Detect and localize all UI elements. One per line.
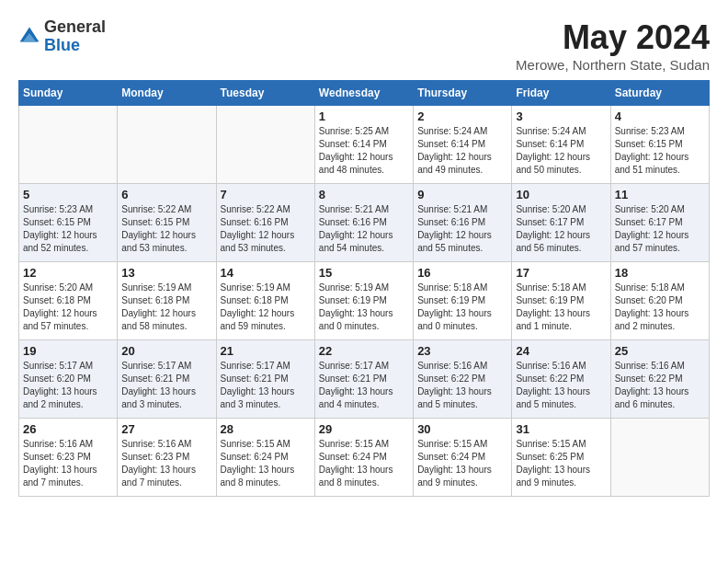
day-info: Sunrise: 5:15 AMSunset: 6:24 PMDaylight:… <box>417 438 507 489</box>
day-number: 5 <box>23 188 113 201</box>
calendar-cell: 2Sunrise: 5:24 AMSunset: 6:14 PMDaylight… <box>414 106 512 184</box>
calendar-cell: 25Sunrise: 5:16 AMSunset: 6:22 PMDayligh… <box>610 340 709 419</box>
day-info: Sunrise: 5:20 AMSunset: 6:17 PMDaylight:… <box>516 203 606 255</box>
calendar-cell: 9Sunrise: 5:21 AMSunset: 6:16 PMDaylight… <box>414 184 512 262</box>
title-block: May 2024 Merowe, Northern State, Sudan <box>516 18 710 73</box>
calendar-cell <box>216 106 314 184</box>
day-number: 26 <box>23 422 113 436</box>
day-number: 29 <box>319 422 409 436</box>
calendar-week-row: 12Sunrise: 5:20 AMSunset: 6:18 PMDayligh… <box>19 262 710 340</box>
logo: General Blue <box>18 18 106 55</box>
day-info: Sunrise: 5:17 AMSunset: 6:21 PMDaylight:… <box>221 360 311 411</box>
day-number: 1 <box>319 109 409 123</box>
calendar-cell: 21Sunrise: 5:17 AMSunset: 6:21 PMDayligh… <box>216 340 314 419</box>
calendar-cell: 18Sunrise: 5:18 AMSunset: 6:20 PMDayligh… <box>610 262 709 340</box>
calendar-cell: 29Sunrise: 5:15 AMSunset: 6:24 PMDayligh… <box>314 419 413 497</box>
day-number: 8 <box>319 188 409 201</box>
calendar-cell: 27Sunrise: 5:16 AMSunset: 6:23 PMDayligh… <box>118 419 216 497</box>
calendar-cell: 15Sunrise: 5:19 AMSunset: 6:19 PMDayligh… <box>314 262 413 340</box>
day-info: Sunrise: 5:16 AMSunset: 6:22 PMDaylight:… <box>417 360 507 411</box>
day-info: Sunrise: 5:17 AMSunset: 6:20 PMDaylight:… <box>23 360 113 411</box>
column-header-monday: Monday <box>118 81 216 106</box>
calendar-cell: 8Sunrise: 5:21 AMSunset: 6:16 PMDaylight… <box>314 184 413 262</box>
day-number: 18 <box>615 266 705 280</box>
day-info: Sunrise: 5:20 AMSunset: 6:18 PMDaylight:… <box>23 282 113 333</box>
calendar-cell: 16Sunrise: 5:18 AMSunset: 6:19 PMDayligh… <box>414 262 512 340</box>
calendar-cell: 22Sunrise: 5:17 AMSunset: 6:21 PMDayligh… <box>314 340 413 419</box>
logo-text: General Blue <box>44 18 106 55</box>
day-number: 4 <box>615 109 705 123</box>
logo-icon <box>18 26 40 48</box>
calendar-cell: 13Sunrise: 5:19 AMSunset: 6:18 PMDayligh… <box>118 262 216 340</box>
day-info: Sunrise: 5:16 AMSunset: 6:22 PMDaylight:… <box>615 360 705 411</box>
day-info: Sunrise: 5:15 AMSunset: 6:24 PMDaylight:… <box>319 438 409 489</box>
day-info: Sunrise: 5:18 AMSunset: 6:19 PMDaylight:… <box>417 282 507 333</box>
day-info: Sunrise: 5:22 AMSunset: 6:16 PMDaylight:… <box>221 203 311 255</box>
day-info: Sunrise: 5:20 AMSunset: 6:17 PMDaylight:… <box>615 203 705 255</box>
day-number: 24 <box>516 344 606 358</box>
month-year-title: May 2024 <box>516 18 710 57</box>
day-info: Sunrise: 5:16 AMSunset: 6:23 PMDaylight:… <box>121 438 211 489</box>
day-info: Sunrise: 5:23 AMSunset: 6:15 PMDaylight:… <box>23 203 113 255</box>
day-number: 11 <box>615 188 705 201</box>
day-number: 30 <box>417 422 507 436</box>
day-number: 12 <box>23 266 113 280</box>
column-header-friday: Friday <box>512 81 610 106</box>
calendar-cell: 14Sunrise: 5:19 AMSunset: 6:18 PMDayligh… <box>216 262 314 340</box>
day-number: 27 <box>121 422 211 436</box>
day-info: Sunrise: 5:19 AMSunset: 6:18 PMDaylight:… <box>221 282 311 333</box>
calendar-week-row: 19Sunrise: 5:17 AMSunset: 6:20 PMDayligh… <box>19 340 710 419</box>
calendar-cell: 20Sunrise: 5:17 AMSunset: 6:21 PMDayligh… <box>118 340 216 419</box>
day-info: Sunrise: 5:17 AMSunset: 6:21 PMDaylight:… <box>121 360 211 411</box>
calendar-cell <box>118 106 216 184</box>
calendar-cell <box>19 106 118 184</box>
calendar-table: SundayMondayTuesdayWednesdayThursdayFrid… <box>18 80 710 497</box>
day-info: Sunrise: 5:24 AMSunset: 6:14 PMDaylight:… <box>417 125 507 177</box>
day-info: Sunrise: 5:19 AMSunset: 6:18 PMDaylight:… <box>121 282 211 333</box>
day-info: Sunrise: 5:16 AMSunset: 6:22 PMDaylight:… <box>516 360 606 411</box>
calendar-cell: 7Sunrise: 5:22 AMSunset: 6:16 PMDaylight… <box>216 184 314 262</box>
calendar-cell: 6Sunrise: 5:22 AMSunset: 6:15 PMDaylight… <box>118 184 216 262</box>
day-number: 14 <box>221 266 311 280</box>
day-number: 15 <box>319 266 409 280</box>
calendar-cell: 24Sunrise: 5:16 AMSunset: 6:22 PMDayligh… <box>512 340 610 419</box>
logo-general: General <box>44 18 106 37</box>
day-number: 19 <box>23 344 113 358</box>
calendar-week-row: 5Sunrise: 5:23 AMSunset: 6:15 PMDaylight… <box>19 184 710 262</box>
day-info: Sunrise: 5:19 AMSunset: 6:19 PMDaylight:… <box>319 282 409 333</box>
calendar-week-row: 26Sunrise: 5:16 AMSunset: 6:23 PMDayligh… <box>19 419 710 497</box>
day-number: 21 <box>221 344 311 358</box>
calendar-cell <box>610 419 709 497</box>
day-info: Sunrise: 5:21 AMSunset: 6:16 PMDaylight:… <box>417 203 507 255</box>
column-header-sunday: Sunday <box>19 81 118 106</box>
calendar-cell: 30Sunrise: 5:15 AMSunset: 6:24 PMDayligh… <box>414 419 512 497</box>
day-number: 9 <box>417 188 507 201</box>
calendar-week-row: 1Sunrise: 5:25 AMSunset: 6:14 PMDaylight… <box>19 106 710 184</box>
column-header-wednesday: Wednesday <box>314 81 413 106</box>
day-info: Sunrise: 5:25 AMSunset: 6:14 PMDaylight:… <box>319 125 409 177</box>
day-number: 7 <box>221 188 311 201</box>
day-info: Sunrise: 5:24 AMSunset: 6:14 PMDaylight:… <box>516 125 606 177</box>
day-number: 22 <box>319 344 409 358</box>
day-number: 20 <box>121 344 211 358</box>
day-info: Sunrise: 5:18 AMSunset: 6:20 PMDaylight:… <box>615 282 705 333</box>
day-info: Sunrise: 5:23 AMSunset: 6:15 PMDaylight:… <box>615 125 705 177</box>
day-number: 28 <box>221 422 311 436</box>
calendar-cell: 4Sunrise: 5:23 AMSunset: 6:15 PMDaylight… <box>610 106 709 184</box>
column-header-tuesday: Tuesday <box>216 81 314 106</box>
day-number: 10 <box>516 188 606 201</box>
calendar-cell: 12Sunrise: 5:20 AMSunset: 6:18 PMDayligh… <box>19 262 118 340</box>
day-number: 16 <box>417 266 507 280</box>
calendar-cell: 1Sunrise: 5:25 AMSunset: 6:14 PMDaylight… <box>314 106 413 184</box>
day-info: Sunrise: 5:15 AMSunset: 6:24 PMDaylight:… <box>221 438 311 489</box>
day-info: Sunrise: 5:22 AMSunset: 6:15 PMDaylight:… <box>121 203 211 255</box>
day-info: Sunrise: 5:15 AMSunset: 6:25 PMDaylight:… <box>516 438 606 489</box>
day-info: Sunrise: 5:17 AMSunset: 6:21 PMDaylight:… <box>319 360 409 411</box>
calendar-cell: 19Sunrise: 5:17 AMSunset: 6:20 PMDayligh… <box>19 340 118 419</box>
column-header-saturday: Saturday <box>610 81 709 106</box>
calendar-cell: 3Sunrise: 5:24 AMSunset: 6:14 PMDaylight… <box>512 106 610 184</box>
logo-blue: Blue <box>44 37 106 55</box>
calendar-cell: 10Sunrise: 5:20 AMSunset: 6:17 PMDayligh… <box>512 184 610 262</box>
day-info: Sunrise: 5:16 AMSunset: 6:23 PMDaylight:… <box>23 438 113 489</box>
calendar-header-row: SundayMondayTuesdayWednesdayThursdayFrid… <box>19 81 710 106</box>
